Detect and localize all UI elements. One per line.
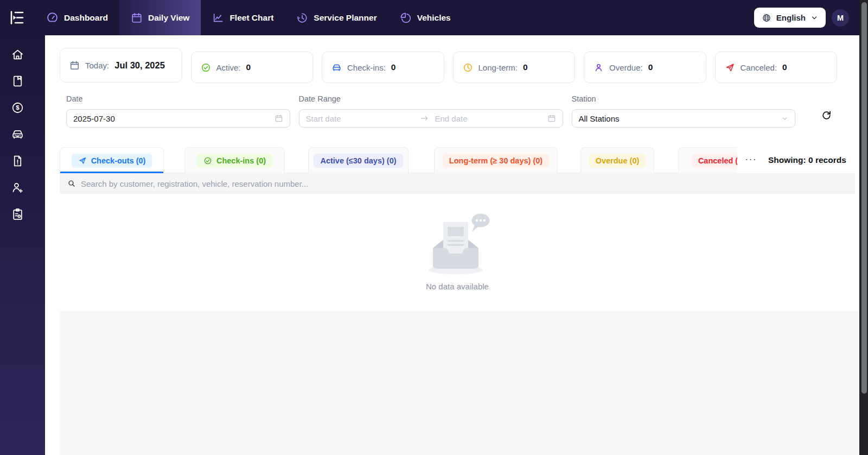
tab-pill: Active (≤30 days) (0) <box>314 154 403 168</box>
nav-right: English M <box>754 0 868 35</box>
tabs-overlay: ··· Showing: 0 records <box>737 147 855 173</box>
nav-item-dashboard[interactable]: Dashboard <box>35 0 119 35</box>
stat-label: Canceled: <box>741 63 777 72</box>
sidebar-item-customers[interactable] <box>11 181 24 194</box>
book-icon <box>11 74 24 88</box>
search-bar <box>60 173 855 194</box>
date-input[interactable] <box>73 114 270 123</box>
refresh-button[interactable] <box>821 110 832 121</box>
nav-label: Dashboard <box>64 13 108 23</box>
vertical-scrollbar <box>859 0 868 455</box>
sidebar-item-reports[interactable] <box>11 207 24 221</box>
scrollbar-thumb[interactable] <box>861 2 867 394</box>
car-icon <box>11 128 24 141</box>
language-selector[interactable]: English <box>754 8 826 28</box>
globe-icon <box>762 13 771 23</box>
language-label: English <box>776 13 806 22</box>
dollar-circle-icon: $ <box>11 101 24 115</box>
nav-item-daily-view[interactable]: Daily View <box>119 0 201 35</box>
tab-pill: Check-ins (0) <box>197 154 272 168</box>
tab-label: Overdue (0) <box>596 156 640 165</box>
avatar[interactable]: M <box>832 9 849 27</box>
date-range-label: Date Range <box>299 94 563 103</box>
sidebar-item-home[interactable] <box>11 48 24 61</box>
send-icon <box>78 156 87 165</box>
stat-value: 0 <box>523 62 528 72</box>
pie-chart-icon <box>400 12 412 24</box>
showing-records-count: Showing: 0 records <box>768 155 846 165</box>
nav-item-fleet-chart[interactable]: Fleet Chart <box>201 0 285 35</box>
stat-value: 0 <box>391 62 396 72</box>
more-tabs-icon[interactable]: ··· <box>745 154 757 167</box>
chevron-down-icon <box>781 115 788 122</box>
main-nav: Dashboard Daily View Fle <box>35 0 462 35</box>
date-range-filter: Date Range <box>299 94 563 128</box>
tab-label: Check-ins (0) <box>216 156 266 165</box>
tab-pill: Overdue (0) <box>589 154 646 168</box>
empty-inbox-illustration <box>423 213 492 276</box>
stat-label: Active: <box>216 63 241 72</box>
tab-label: Long-term (≥ 30 days) (0) <box>449 156 542 165</box>
clock-icon <box>463 62 473 73</box>
user-add-icon <box>11 181 24 194</box>
file-exclamation-icon <box>11 154 24 168</box>
end-date-input[interactable] <box>435 114 543 123</box>
tab-label: Active (≤30 days) (0) <box>320 156 396 165</box>
empty-state-text: No data available <box>426 282 489 291</box>
stat-chip-overdue: Overdue: 0 <box>584 52 706 83</box>
check-circle-icon <box>203 156 212 165</box>
page-background-panel <box>60 311 859 455</box>
clipboard-report-icon <box>11 207 24 221</box>
sidebar-item-finance[interactable]: $ <box>11 101 24 115</box>
history-clock-icon <box>296 12 308 24</box>
sidebar-item-bookings[interactable] <box>11 74 24 88</box>
empty-state: No data available <box>60 194 855 311</box>
tab-pill: Check-outs (0) <box>72 154 152 168</box>
nav-label: Service Planner <box>314 13 376 23</box>
sidebar: $ <box>0 35 45 455</box>
date-filter: Date <box>66 94 290 128</box>
chevron-down-icon <box>810 14 818 22</box>
nav-label: Vehicles <box>417 13 451 23</box>
stats-row: Today: Jul 30, 2025 Active: 0 <box>60 48 837 83</box>
date-range-input-wrap <box>299 109 563 128</box>
car-icon <box>331 62 342 73</box>
tab-check-outs[interactable]: Check-outs (0) <box>60 147 164 173</box>
user-icon <box>593 62 604 73</box>
stat-label: Today: <box>85 61 109 70</box>
dashboard-icon <box>46 11 59 24</box>
tab-label: Check-outs (0) <box>91 156 146 165</box>
line-chart-icon <box>212 12 224 24</box>
menu-unfold-icon-button[interactable] <box>0 0 34 35</box>
nav-item-vehicles[interactable]: Vehicles <box>388 0 462 35</box>
stat-chip-active: Active: 0 <box>191 52 314 83</box>
date-label: Date <box>66 94 290 103</box>
station-select[interactable]: All Stations <box>572 109 796 128</box>
stat-chip-check-ins: Check-ins: 0 <box>322 52 444 83</box>
tab-active-30-days[interactable]: Active (≤30 days) (0) <box>308 147 409 173</box>
sidebar-item-documents[interactable] <box>11 154 24 168</box>
stat-chip-long-term: Long-term: 0 <box>453 52 576 83</box>
nav-item-service-planner[interactable]: Service Planner <box>285 0 388 35</box>
sidebar-item-fleet[interactable] <box>11 128 24 141</box>
nav-label: Daily View <box>148 13 189 23</box>
search-input[interactable] <box>81 179 847 188</box>
main-content: Today: Jul 30, 2025 Active: 0 <box>45 35 859 455</box>
stat-value: 0 <box>246 62 251 72</box>
home-icon <box>11 48 24 61</box>
stat-label: Check-ins: <box>347 63 386 72</box>
tab-check-ins[interactable]: Check-ins (0) <box>184 147 285 173</box>
refresh-icon <box>821 110 832 121</box>
stat-value: Jul 30, 2025 <box>114 60 165 71</box>
filters-row: Date Date Range <box>60 94 848 128</box>
calendar-icon <box>275 114 283 123</box>
station-label: Station <box>572 94 796 103</box>
app-root: Dashboard Daily View Fle <box>0 0 868 455</box>
tab-overdue[interactable]: Overdue (0) <box>580 147 654 173</box>
top-nav: Dashboard Daily View Fle <box>0 0 868 35</box>
tab-long-term[interactable]: Long-term (≥ 30 days) (0) <box>434 147 558 173</box>
tab-pill: Long-term (≥ 30 days) (0) <box>443 154 549 168</box>
send-icon <box>725 62 735 73</box>
stat-chip-today: Today: Jul 30, 2025 <box>60 48 182 83</box>
start-date-input[interactable] <box>306 114 414 123</box>
